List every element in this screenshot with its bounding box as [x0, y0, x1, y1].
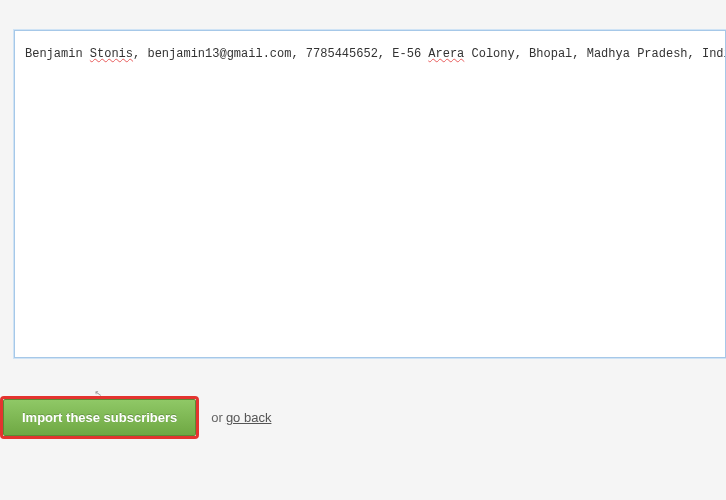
text-segment: Benjamin — [25, 47, 90, 61]
spellcheck-word-stonis: Stonis — [90, 47, 133, 61]
highlight-frame: Import these subscribers — [0, 396, 199, 439]
or-text: or — [211, 410, 223, 425]
action-row: Import these subscribers or go back — [0, 396, 271, 439]
import-subscribers-button[interactable]: Import these subscribers — [3, 399, 196, 436]
textarea-content: Benjamin Stonis, benjamin13@gmail.com, 7… — [15, 31, 725, 77]
text-segment: Colony, Bhopal, Madhya Pradesh, India, T… — [464, 47, 726, 61]
go-back-link[interactable]: go back — [226, 410, 272, 425]
spellcheck-word-arera: Arera — [428, 47, 464, 61]
subscriber-textarea[interactable]: Benjamin Stonis, benjamin13@gmail.com, 7… — [14, 30, 726, 358]
text-segment: , benjamin13@gmail.com, 7785445652, E-56 — [133, 47, 428, 61]
